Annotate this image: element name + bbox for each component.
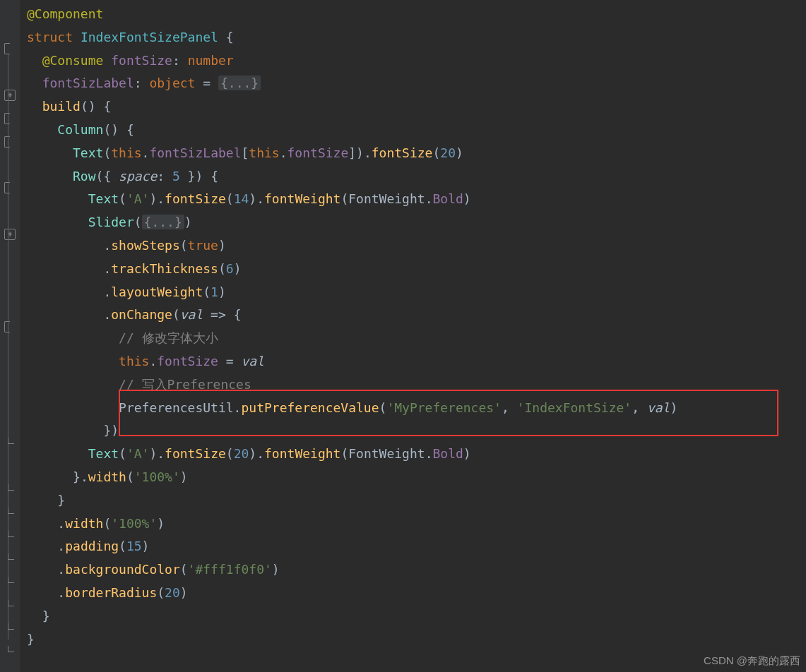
fold-end-icon	[8, 553, 14, 560]
code-line: .borderRadius(20)	[20, 582, 806, 605]
code-line: }.width('100%')	[20, 466, 806, 489]
fold-marker-plus[interactable]: +	[4, 90, 16, 101]
code-line: fontSizLabel: object = {...}	[20, 72, 806, 95]
code-line: .onChange(val => {	[20, 304, 806, 327]
code-line: .backgroundColor('#fff1f0f0')	[20, 558, 806, 582]
code-line: Row({ space: 5 }) {	[20, 165, 806, 188]
code-line: // 写入Preferences	[20, 373, 806, 397]
code-line: .layoutWeight(1)	[20, 281, 806, 304]
fold-end-icon	[8, 577, 14, 583]
code-line: Slider({...})	[20, 211, 806, 234]
code-line: }	[20, 628, 806, 652]
fold-marker-open[interactable]	[4, 321, 14, 331]
code-line: .padding(15)	[20, 535, 806, 558]
code-line: // 修改字体大小	[20, 327, 806, 350]
fold-end-icon	[8, 646, 14, 652]
code-line: Column() {	[20, 119, 806, 142]
code-line: @Component	[20, 3, 806, 26]
folded-region[interactable]: {...}	[142, 215, 184, 229]
fold-marker-open[interactable]	[4, 182, 14, 192]
code-line: .trackThickness(6)	[20, 258, 806, 281]
fold-marker-open[interactable]	[4, 136, 14, 146]
fold-marker-plus[interactable]: +	[4, 229, 16, 240]
folded-region[interactable]: {...}	[218, 76, 261, 90]
code-editor[interactable]: @Component struct IndexFontSizePanel { @…	[20, 0, 806, 651]
fold-marker-open[interactable]	[4, 43, 14, 53]
code-line: }	[20, 489, 806, 512]
code-line: .showSteps(true)	[20, 234, 806, 258]
fold-end-icon	[8, 531, 14, 537]
code-line: }	[20, 605, 806, 628]
fold-end-icon	[8, 623, 14, 630]
code-line: build() {	[20, 95, 806, 119]
decorator: @Component	[27, 6, 103, 21]
code-line: })	[20, 419, 806, 443]
fold-end-icon	[8, 484, 14, 491]
watermark: CSDN @奔跑的露西	[704, 654, 800, 668]
code-line: this.fontSize = val	[20, 350, 806, 373]
fold-end-icon	[8, 438, 14, 444]
code-line: @Consume fontSize: number	[20, 49, 806, 73]
editor-gutter: + +	[0, 0, 20, 672]
code-line: .width('100%')	[20, 512, 806, 536]
code-line: PreferencesUtil.putPreferenceValue('MyPr…	[20, 397, 806, 420]
code-line: Text(this.fontSizLabel[this.fontSize]).f…	[20, 142, 806, 165]
fold-marker-open[interactable]	[4, 113, 14, 123]
code-line: Text('A').fontSize(14).fontWeight(FontWe…	[20, 188, 806, 211]
code-line: struct IndexFontSizePanel {	[20, 26, 806, 49]
fold-end-icon	[8, 600, 14, 606]
fold-end-icon	[8, 508, 14, 514]
code-line: Text('A').fontSize(20).fontWeight(FontWe…	[20, 443, 806, 466]
